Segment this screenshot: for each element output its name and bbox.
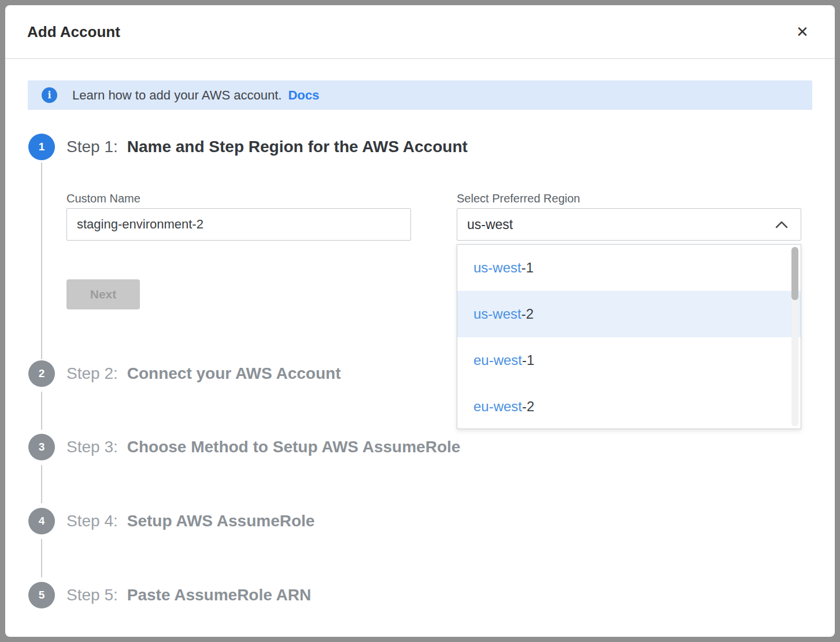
step-4-number: 4 (39, 515, 45, 527)
banner-text: Learn how to add your AWS account. (72, 88, 282, 103)
step-1-label: Step 1: (66, 138, 118, 156)
step-1-header: Step 1: Name and Step Region for the AWS… (66, 134, 468, 160)
chevron-up-icon (775, 218, 788, 231)
docs-link[interactable]: Docs (288, 88, 319, 103)
custom-name-label: Custom Name (66, 192, 140, 205)
option-suffix-text: -2 (521, 306, 534, 322)
step-1-circle: 1 (28, 134, 55, 160)
dropdown-scrollbar-track[interactable] (791, 247, 798, 426)
step-2-circle: 2 (28, 360, 55, 387)
step-2-number: 2 (39, 367, 45, 380)
step-1-number: 1 (39, 141, 45, 153)
connector-step4-step5 (41, 539, 42, 577)
option-match-text: us-west (473, 260, 521, 276)
region-label: Select Preferred Region (457, 192, 580, 205)
option-suffix-text: -1 (522, 352, 534, 368)
step-3-header: Step 3: Choose Method to Setup AWS Assum… (66, 434, 460, 460)
step-5-number: 5 (39, 589, 45, 602)
step-2-title: Connect your AWS Account (127, 364, 341, 383)
step-3-label: Step 3: (66, 438, 118, 456)
option-match-text: us-west (473, 306, 521, 322)
close-icon[interactable]: ✕ (791, 5, 814, 58)
region-dropdown: us-west-1 us-west-2 eu-west-1 eu-west-2 (457, 244, 801, 429)
step-2-header: Step 2: Connect your AWS Account (66, 360, 341, 387)
region-select-value: us-west (467, 217, 513, 233)
step-5-header: Step 5: Paste AssumeRole ARN (66, 582, 311, 608)
step-3-number: 3 (39, 441, 45, 453)
option-match-text: eu-west (473, 399, 522, 415)
region-select[interactable]: us-west (457, 208, 801, 241)
region-option-us-west-1[interactable]: us-west-1 (457, 245, 801, 291)
step-4-header: Step 4: Setup AWS AssumeRole (66, 508, 314, 534)
region-option-eu-west-2[interactable]: eu-west-2 (457, 383, 801, 430)
step-1-title: Name and Step Region for the AWS Account (127, 138, 468, 156)
step-4-circle: 4 (28, 508, 55, 534)
modal-title: Add Account (27, 5, 120, 58)
step-3-title: Choose Method to Setup AWS AssumeRole (127, 438, 461, 456)
dropdown-scrollbar-thumb[interactable] (791, 247, 798, 300)
connector-step2-step3 (41, 392, 42, 430)
option-match-text: eu-west (473, 352, 522, 368)
custom-name-input[interactable] (66, 208, 411, 241)
connector-step3-step4 (41, 465, 42, 503)
connector-step1-step2 (41, 163, 42, 359)
step-3-circle: 3 (28, 434, 55, 460)
step-5-title: Paste AssumeRole ARN (127, 586, 311, 604)
option-suffix-text: -1 (521, 260, 534, 276)
option-suffix-text: -2 (522, 399, 534, 415)
step-4-label: Step 4: (66, 512, 118, 530)
step-5-circle: 5 (28, 582, 55, 608)
info-banner: i Learn how to add your AWS account. Doc… (28, 80, 812, 110)
step-5-label: Step 5: (66, 586, 118, 604)
info-icon: i (42, 87, 57, 103)
modal-header: Add Account ✕ (5, 5, 835, 59)
next-button[interactable]: Next (66, 279, 140, 309)
add-account-modal: Add Account ✕ i Learn how to add your AW… (5, 5, 835, 637)
step-2-label: Step 2: (66, 364, 118, 383)
region-option-us-west-2[interactable]: us-west-2 (457, 291, 801, 337)
region-option-eu-west-1[interactable]: eu-west-1 (457, 337, 801, 383)
step-4-title: Setup AWS AssumeRole (127, 512, 315, 530)
